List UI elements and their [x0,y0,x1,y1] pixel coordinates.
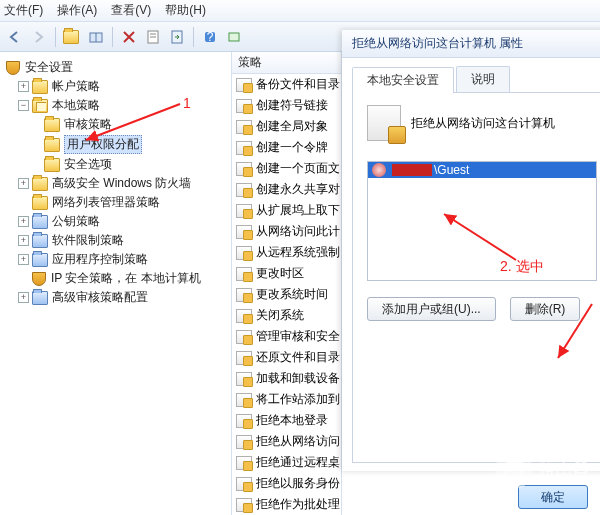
policy-item-icon [236,477,252,491]
policy-item[interactable]: 创建永久共享对 [232,179,341,200]
folder-icon [32,234,48,248]
redacted-domain [392,164,432,176]
properties-icon[interactable] [142,26,164,48]
separator [55,27,56,47]
user-item-guest[interactable]: \Guest [368,162,596,178]
policy-item[interactable]: 更改时区 [232,263,341,284]
policy-label: 拒绝从网络访问这台计算机 [411,115,555,132]
tab-content: 拒绝从网络访问这台计算机 \Guest 添加用户或组(U)... 删除(R) [352,93,600,463]
tree-softres[interactable]: +软件限制策略 [4,231,227,250]
folder-icon [32,253,48,267]
user-listbox[interactable]: \Guest [367,161,597,281]
policy-item[interactable]: 更改系统时间 [232,284,341,305]
folder-open-icon [32,99,48,113]
column-header[interactable]: 策略 [232,52,341,74]
policy-item[interactable]: 从网络访问此计 [232,221,341,242]
refresh-icon[interactable] [223,26,245,48]
menu-file[interactable]: 文件(F) [4,2,43,19]
shield-icon [6,61,20,75]
policy-item-icon [236,393,252,407]
expand-icon[interactable]: + [18,178,29,189]
tab-local-security[interactable]: 本地安全设置 [352,67,454,93]
expand-icon[interactable]: + [18,254,29,265]
policy-item[interactable]: 拒绝通过远程桌 [232,452,341,473]
delete-icon[interactable] [118,26,140,48]
policy-item[interactable]: 关闭系统 [232,305,341,326]
policy-item[interactable]: 创建全局对象 [232,116,341,137]
policy-item[interactable]: 创建一个页面文 [232,158,341,179]
policy-list: 备份文件和目录创建符号链接创建全局对象创建一个令牌创建一个页面文创建永久共享对从… [232,74,341,515]
export-icon[interactable] [166,26,188,48]
policy-item-icon [236,456,252,470]
tab-description[interactable]: 说明 [456,66,510,92]
policy-item-icon [236,78,252,92]
tree-ipsec[interactable]: IP 安全策略，在 本地计算机 [4,269,227,288]
show-hide-icon[interactable] [85,26,107,48]
tree-accounts[interactable]: +帐户策略 [4,77,227,96]
dialog-title: 拒绝从网络访问这台计算机 属性 [342,30,600,58]
help-icon[interactable]: ? [199,26,221,48]
policy-item-icon [236,309,252,323]
policy-item-label: 将工作站添加到 [256,391,340,408]
policy-item-label: 创建一个页面文 [256,160,340,177]
policy-item-icon [236,120,252,134]
expand-icon[interactable]: + [18,81,29,92]
policy-item[interactable]: 从远程系统强制 [232,242,341,263]
svg-text:?: ? [207,30,214,44]
policy-item[interactable]: 将工作站添加到 [232,389,341,410]
menu-bar: 文件(F) 操作(A) 查看(V) 帮助(H) [0,0,600,22]
policy-item-icon [236,498,252,512]
tree-label: 应用程序控制策略 [52,251,148,268]
policy-item[interactable]: 创建一个令牌 [232,137,341,158]
policy-item[interactable]: 从扩展坞上取下 [232,200,341,221]
folder-icon [32,196,48,210]
tree-label: 安全选项 [64,156,112,173]
delete-button[interactable]: 删除(R) [510,297,581,321]
policy-item[interactable]: 创建符号链接 [232,95,341,116]
menu-view[interactable]: 查看(V) [111,2,151,19]
tree-netlist[interactable]: 网络列表管理器策略 [4,193,227,212]
tree-firewall[interactable]: +高级安全 Windows 防火墙 [4,174,227,193]
expand-icon[interactable]: + [18,235,29,246]
policy-item[interactable]: 管理审核和安全 [232,326,341,347]
tree-root[interactable]: 安全设置 [4,58,227,77]
policy-item-label: 创建永久共享对 [256,181,340,198]
tab-strip: 本地安全设置 说明 [352,66,600,93]
tree-local[interactable]: −本地策略 [4,96,227,115]
policy-item-label: 创建一个令牌 [256,139,328,156]
policy-icon [367,105,401,141]
menu-action[interactable]: 操作(A) [57,2,97,19]
policy-item[interactable]: 加载和卸载设备 [232,368,341,389]
add-user-button[interactable]: 添加用户或组(U)... [367,297,496,321]
tree-label: 高级审核策略配置 [52,289,148,306]
tree-appctrl[interactable]: +应用程序控制策略 [4,250,227,269]
folder-icon [32,80,48,94]
policy-item-icon [236,225,252,239]
tree-pane: 安全设置 +帐户策略 −本地策略 审核策略 用户权限分配 安全选项 +高级安全 … [0,52,232,515]
menu-help[interactable]: 帮助(H) [165,2,206,19]
forward-icon[interactable] [28,26,50,48]
tree-secopt[interactable]: 安全选项 [4,155,227,174]
policy-item-label: 创建全局对象 [256,118,328,135]
back-icon[interactable] [4,26,26,48]
expand-icon[interactable]: + [18,216,29,227]
tree-rights[interactable]: 用户权限分配 [4,134,227,155]
tree-pubkey[interactable]: +公钥策略 [4,212,227,231]
folder-icon [44,158,60,172]
tree-audit[interactable]: 审核策略 [4,115,227,134]
policy-item-label: 加载和卸载设备 [256,370,340,387]
policy-item[interactable]: 拒绝以服务身份 [232,473,341,494]
tree-advaudit[interactable]: +高级审核策略配置 [4,288,227,307]
lock-icon [505,462,523,478]
policy-item[interactable]: 备份文件和目录 [232,74,341,95]
policy-item[interactable]: 还原文件和目录 [232,347,341,368]
collapse-icon[interactable]: − [18,100,29,111]
policy-item[interactable]: 拒绝从网络访问 [232,431,341,452]
tree-label: 网络列表管理器策略 [52,194,160,211]
watermark: 路由器 [495,451,590,489]
policy-item[interactable]: 拒绝本地登录 [232,410,341,431]
policy-item[interactable]: 拒绝作为批处理 [232,494,341,515]
expand-icon[interactable]: + [18,292,29,303]
tree-label: 软件限制策略 [52,232,124,249]
up-folder-icon[interactable] [61,26,83,48]
